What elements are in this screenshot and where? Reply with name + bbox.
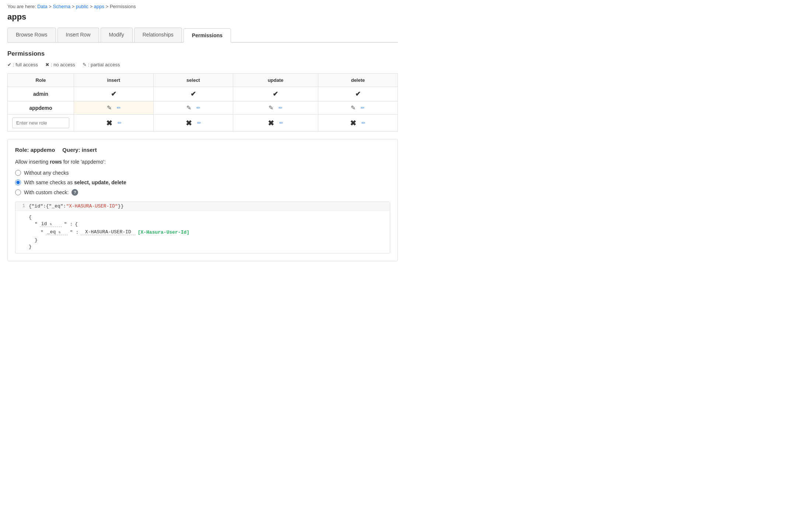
partial-access-symbol: ✎ [83,62,87,67]
admin-insert-check: ✔ [111,90,116,98]
table-row-admin: admin ✔ ✔ ✔ ✔ [8,87,398,101]
new-role-insert[interactable]: ✖ ✏ [74,115,154,132]
help-icon[interactable]: ? [71,189,78,196]
code-field-key-end: " : [64,221,73,227]
radio-same-checks[interactable] [15,179,21,185]
label-custom-check: With custom check: [24,189,69,195]
option-no-checks[interactable]: Without any checks [15,170,390,176]
new-role-input[interactable] [12,118,69,128]
code-sub-colon: " : [70,230,78,235]
appdemo-delete-partial-icon: ✎ [351,104,356,111]
appdemo-select[interactable]: ✎ ✏ [154,101,233,115]
breadcrumb-data[interactable]: Data [37,4,47,9]
label-same-checks: With same checks as select, update, dele… [24,179,126,185]
appdemo-update-edit-icon[interactable]: ✏ [279,105,283,111]
breadcrumb: You are here: Data > Schema > public > a… [7,4,398,9]
code-eq-select[interactable]: _eq ⇅ [46,229,68,235]
breadcrumb-prefix: You are here: [7,4,36,9]
admin-select: ✔ [154,87,233,101]
new-role-select-edit-icon[interactable]: ✏ [197,120,201,126]
full-access-symbol: ✔ [7,62,11,67]
appdemo-select-edit-icon[interactable]: ✏ [196,105,200,111]
tabs-container: Browse Rows Insert Row Modify Relationsh… [7,28,398,43]
option-custom-check[interactable]: With custom check: ? [15,189,390,196]
code-body: { " id ⇅ " : { " _eq ⇅ " : X-HASURA-USER… [15,211,390,253]
table-row-appdemo: appdemo ✎ ✏ ✎ ✏ ✎ ✏ [8,101,398,115]
new-role-delete-cross: ✖ [350,119,356,128]
new-role-insert-edit-icon[interactable]: ✏ [118,120,122,126]
legend-partial-access: ✎ : partial access [83,62,120,67]
code-sub-row: " _eq ⇅ " : X-HASURA-USER-ID [X-Hasura-U… [41,228,385,236]
table-row-new-role: ✖ ✏ ✖ ✏ ✖ ✏ [8,115,398,132]
code-editor[interactable]: 1 {"id":{"_eq":"X-HASURA-USER-ID"}} { " … [15,202,390,254]
code-value-select[interactable]: X-HASURA-USER-ID [81,229,135,235]
radio-custom-check[interactable] [15,189,21,195]
appdemo-update-partial-icon: ✎ [269,104,273,111]
new-role-delete-edit-icon[interactable]: ✏ [361,120,365,126]
legend-no-access: ✖ : no access [45,62,75,67]
full-access-text: : full access [13,62,38,67]
detail-header: Role: appdemo Query: insert [15,147,390,153]
appdemo-delete-edit-icon[interactable]: ✏ [361,105,365,111]
permissions-table: Role insert select update delete admin ✔… [7,73,398,132]
tab-relationships[interactable]: Relationships [134,28,182,42]
col-header-select: select [154,74,233,87]
tab-permissions[interactable]: Permissions [183,28,231,43]
permissions-legend: ✔ : full access ✖ : no access ✎ : partia… [7,62,398,67]
option-same-checks[interactable]: With same checks as select, update, dele… [15,179,390,185]
code-close-sub-brace: } [35,236,385,244]
detail-panel: Role: appdemo Query: insert Allow insert… [7,139,398,261]
tab-browse-rows[interactable]: Browse Rows [7,28,56,42]
col-header-role: Role [8,74,74,87]
col-header-update: update [233,74,318,87]
appdemo-insert[interactable]: ✎ ✏ [74,101,154,115]
code-field-key: " [35,221,38,227]
code-string-value: "X-HASURA-USER-ID" [66,203,118,209]
radio-options-container: Without any checks With same checks as s… [15,170,390,196]
admin-select-check: ✔ [190,90,196,98]
appdemo-insert-partial-icon: ✎ [107,104,112,111]
breadcrumb-schema[interactable]: Schema [53,4,71,9]
role-admin: admin [8,87,74,101]
appdemo-delete[interactable]: ✎ ✏ [318,101,398,115]
detail-description: Allow inserting rows for role 'appdemo': [15,159,390,165]
code-open-brace: { [29,214,385,220]
code-tag-pill[interactable]: [X-Hasura-User-Id] [138,230,189,235]
code-line-1-text: {"id":{"_eq":"X-HASURA-USER-ID"}} [29,203,123,209]
new-role-select-cross: ✖ [186,119,192,128]
radio-no-checks[interactable] [15,170,21,176]
code-close-brace: } [29,244,385,249]
appdemo-update[interactable]: ✎ ✏ [233,101,318,115]
code-id-select[interactable]: id ⇅ [40,221,62,227]
code-field-row: " id ⇅ " : { [35,220,385,228]
admin-update: ✔ [233,87,318,101]
detail-role-label: Role: appdemo [15,147,55,153]
no-access-symbol: ✖ [45,62,49,67]
new-role-update-edit-icon[interactable]: ✏ [279,120,283,126]
code-line-1: 1 {"id":{"_eq":"X-HASURA-USER-ID"}} [15,202,390,211]
new-role-cell[interactable] [8,115,74,132]
role-appdemo: appdemo [8,101,74,115]
appdemo-select-partial-icon: ✎ [186,104,191,111]
appdemo-insert-edit-icon[interactable]: ✏ [117,105,121,111]
admin-delete-check: ✔ [355,90,361,98]
detail-query-label: Query: insert [62,147,97,153]
admin-delete: ✔ [318,87,398,101]
new-role-insert-cross: ✖ [106,119,112,128]
admin-update-check: ✔ [273,90,278,98]
code-sub-close: } [35,237,38,243]
new-role-delete[interactable]: ✖ ✏ [318,115,398,132]
line-number-1: 1 [15,203,29,209]
new-role-update[interactable]: ✖ ✏ [233,115,318,132]
legend-full-access: ✔ : full access [7,62,38,67]
tab-modify[interactable]: Modify [101,28,133,42]
code-sub-key-start: " [41,230,43,235]
col-header-delete: delete [318,74,398,87]
code-field-open-brace: { [75,221,78,227]
label-no-checks: Without any checks [24,170,69,176]
new-role-select[interactable]: ✖ ✏ [154,115,233,132]
admin-insert: ✔ [74,87,154,101]
breadcrumb-public[interactable]: public [76,4,88,9]
tab-insert-row[interactable]: Insert Row [57,28,99,42]
breadcrumb-apps[interactable]: apps [94,4,104,9]
